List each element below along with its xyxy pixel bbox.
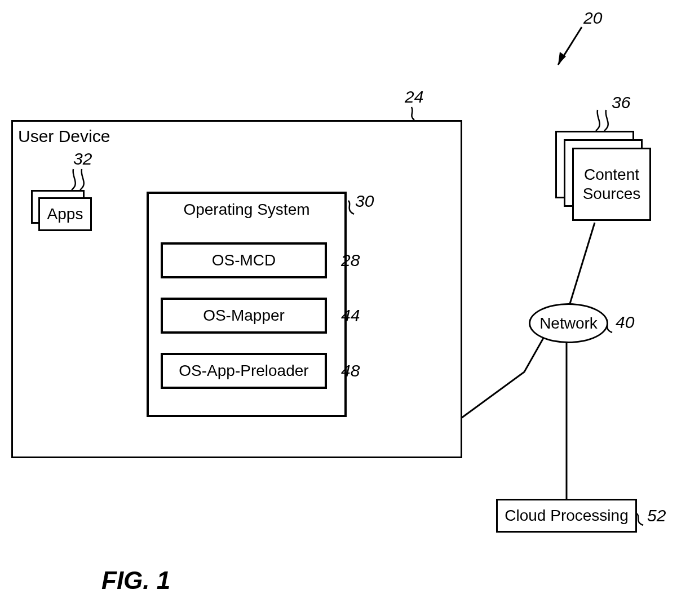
content-sources-box: Content Sources — [572, 148, 651, 221]
os-app-preloader-box: OS-App-Preloader — [161, 353, 327, 389]
operating-system-label: Operating System — [183, 201, 309, 219]
apps-box: Apps — [38, 197, 92, 231]
figure-label: FIG. 1 — [101, 566, 170, 595]
ref-apps: 32 — [73, 149, 92, 169]
ref-user-device: 24 — [405, 87, 423, 107]
ref-cloud-processing: 52 — [647, 506, 666, 525]
os-mapper-box: OS-Mapper — [161, 298, 327, 334]
ref-os-mapper: 44 — [341, 306, 360, 325]
ref-network: 40 — [616, 313, 634, 332]
ref-operating-system: 30 — [355, 192, 374, 211]
cloud-processing-box: Cloud Processing — [496, 499, 637, 533]
os-mcd-box: OS-MCD — [161, 242, 327, 278]
ref-os-app-preloader: 48 — [341, 361, 360, 380]
network-ellipse: Network — [529, 303, 608, 343]
ref-os-mcd: 28 — [341, 251, 360, 270]
ref-content-sources: 36 — [612, 93, 630, 112]
